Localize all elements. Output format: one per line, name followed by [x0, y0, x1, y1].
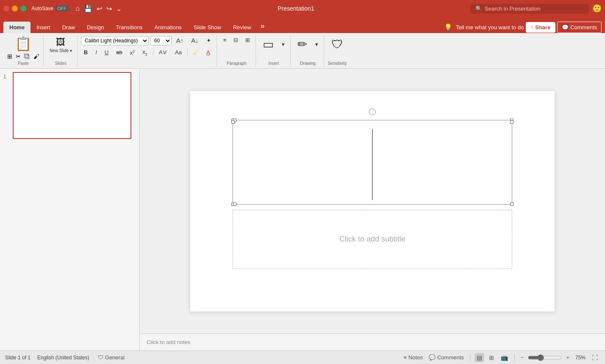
- ribbon-more-tabs[interactable]: »: [257, 19, 268, 33]
- columns-btn[interactable]: ⊞: [242, 36, 253, 44]
- tab-draw[interactable]: Draw: [56, 22, 81, 33]
- insert-chevron[interactable]: ▾: [279, 40, 288, 49]
- share-button[interactable]: ↑ Share: [526, 22, 556, 33]
- normal-view-btn[interactable]: ▤: [475, 353, 484, 362]
- handle-mr[interactable]: [510, 120, 513, 124]
- autosave-indicator: AutoSave OFF: [31, 6, 69, 11]
- tab-home[interactable]: Home: [3, 22, 31, 33]
- status-left: Slide 1 of 1 English (United States) 🛡 G…: [5, 353, 126, 361]
- format-painter-btn[interactable]: 🖌: [32, 53, 41, 60]
- close-button[interactable]: [3, 6, 9, 11]
- search-icon: 🔍: [475, 6, 482, 12]
- tab-design[interactable]: Design: [81, 22, 110, 33]
- new-slide-button[interactable]: 🖼 New Slide ▾: [47, 36, 75, 54]
- save-icon[interactable]: 💾: [84, 5, 92, 13]
- comments-status-label: Comments: [437, 354, 464, 361]
- handle-br[interactable]: [510, 203, 513, 206]
- comments-label: Comments: [570, 24, 597, 31]
- tab-transitions[interactable]: Transitions: [110, 22, 148, 33]
- search-bar[interactable]: 🔍 Search in Presentation: [470, 4, 589, 14]
- comments-button[interactable]: 💬 Comments: [557, 22, 602, 33]
- copy-btn[interactable]: ⿻: [23, 53, 31, 60]
- shield-status-icon: 🛡: [98, 354, 103, 361]
- tell-me-label[interactable]: Tell me what you want to do: [456, 24, 524, 31]
- drawing-btn[interactable]: ✏: [294, 36, 311, 53]
- ribbon-group-insert: ▭ ▾ Insert: [257, 35, 291, 67]
- zoom-out-btn[interactable]: −: [519, 353, 526, 361]
- redo-icon[interactable]: ↪: [106, 5, 112, 13]
- tab-insert[interactable]: Insert: [31, 22, 56, 33]
- align-btn[interactable]: ≡: [220, 36, 230, 44]
- title-right-area: 🙂: [592, 4, 602, 13]
- underline-button[interactable]: U: [102, 48, 111, 57]
- increase-font-btn[interactable]: A↑: [173, 36, 187, 45]
- list-btn[interactable]: ⊟: [230, 36, 241, 44]
- slide-thumbnail[interactable]: [13, 72, 131, 139]
- tab-animations[interactable]: Animations: [149, 22, 188, 33]
- slide-canvas[interactable]: Click to add subtitle: [190, 91, 555, 311]
- emoji-button[interactable]: 🙂: [592, 4, 602, 13]
- fit-slide-btn[interactable]: ⛶: [590, 353, 600, 362]
- share-icon: ↑: [531, 24, 534, 31]
- font-color-btn[interactable]: A: [203, 48, 213, 57]
- title-textbox[interactable]: [233, 120, 512, 205]
- font-name-select[interactable]: Calibri Light (Headings): [81, 36, 149, 45]
- strikethrough-btn[interactable]: ab: [113, 48, 125, 57]
- sensitivity-status-btn[interactable]: 🛡 General: [96, 353, 126, 361]
- slides-panel: 1: [0, 69, 140, 350]
- handle-ml[interactable]: [231, 120, 235, 124]
- editing-area: Click to add subtitle Click to add notes: [140, 69, 605, 350]
- cut-btn[interactable]: ✂: [14, 53, 22, 60]
- subscript-btn[interactable]: x2: [139, 47, 150, 58]
- drawing-group-label: Drawing: [300, 61, 316, 66]
- ribbon-group-font: Calibri Light (Headings) 60 A↑ A↓ ✦ B I …: [78, 35, 217, 67]
- ribbon-tabs: Home Insert Draw Design Transitions Anim…: [0, 17, 605, 33]
- handle-bc[interactable]: [233, 203, 236, 206]
- window-controls: [3, 6, 26, 11]
- slide-canvas-container[interactable]: Click to add subtitle: [140, 69, 605, 333]
- home-icon[interactable]: ⌂: [75, 5, 80, 13]
- notes-area[interactable]: Click to add notes: [140, 333, 605, 350]
- tab-slideshow[interactable]: Slide Show: [188, 22, 227, 33]
- paste-options-btn[interactable]: ⊞: [6, 53, 14, 60]
- maximize-button[interactable]: [20, 6, 26, 11]
- shapes-icon: ▭: [263, 37, 274, 51]
- sensitivity-btn[interactable]: 🛡: [328, 36, 347, 53]
- tab-review[interactable]: Review: [227, 22, 257, 33]
- comments-status-button[interactable]: 💬 Comments: [427, 353, 466, 361]
- autosave-label: AutoSave: [31, 6, 53, 11]
- minimize-button[interactable]: [12, 6, 18, 11]
- insert-shapes-btn[interactable]: ▭: [259, 36, 277, 53]
- language-label: English (United States): [37, 355, 89, 361]
- clear-format-btn[interactable]: ✦: [203, 36, 214, 45]
- char-spacing-btn[interactable]: AV: [156, 48, 170, 57]
- main-area: 1: [0, 69, 605, 350]
- tell-me-icon: 💡: [444, 23, 452, 31]
- slide-sorter-btn[interactable]: ⊞: [487, 353, 496, 362]
- subtitle-textbox[interactable]: Click to add subtitle: [233, 210, 512, 269]
- paste-button[interactable]: 📋: [12, 36, 34, 52]
- bold-button[interactable]: B: [81, 48, 91, 57]
- ribbon-group-paragraph: ≡ ⊟ ⊞ Paragraph: [218, 35, 256, 67]
- italic-button[interactable]: I: [92, 48, 100, 57]
- drawing-chevron[interactable]: ▾: [312, 40, 321, 49]
- highlight-btn[interactable]: 🖊: [190, 48, 202, 57]
- superscript-btn[interactable]: x2: [127, 48, 138, 57]
- sensitivity-group-label: Sensitivity: [327, 61, 347, 66]
- zoom-in-btn[interactable]: +: [564, 353, 571, 361]
- ribbon-toolbar: 📋 ⊞ ✂ ⿻ 🖌 Paste 🖼 New Slide ▾ Slides Cal…: [0, 33, 605, 69]
- text-case-btn[interactable]: Aa: [172, 48, 185, 57]
- autosave-toggle[interactable]: OFF: [55, 6, 69, 11]
- sensitivity-icon: 🛡: [331, 37, 343, 51]
- font-size-select[interactable]: 60: [150, 36, 172, 45]
- zoom-slider[interactable]: [528, 354, 562, 361]
- rotate-handle[interactable]: [369, 108, 376, 115]
- notes-button[interactable]: ≡ Notes: [402, 353, 425, 361]
- undo-icon[interactable]: ↩: [97, 5, 102, 13]
- slide-info: Slide 1 of 1: [5, 355, 31, 361]
- reading-view-btn[interactable]: 📺: [499, 353, 510, 362]
- paste-group-label: Paste: [18, 61, 29, 66]
- subtitle-placeholder: Click to add subtitle: [339, 235, 405, 244]
- more-icon[interactable]: ⌄: [116, 5, 122, 13]
- decrease-font-btn[interactable]: A↓: [188, 36, 202, 45]
